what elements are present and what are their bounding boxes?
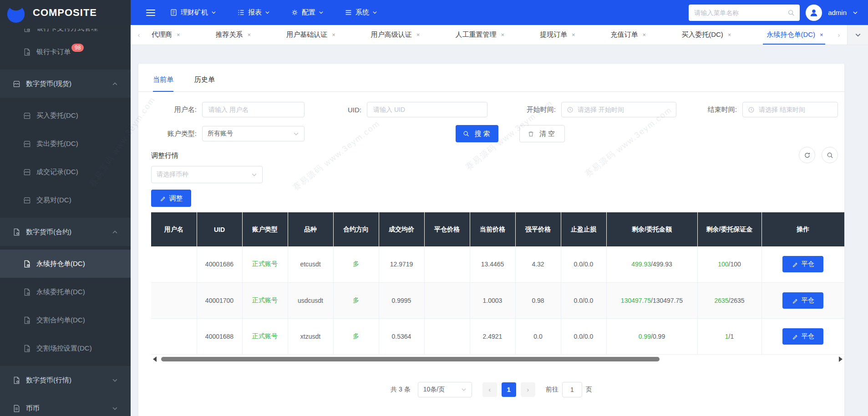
- close-icon[interactable]: ×: [728, 31, 731, 38]
- clock-icon: [567, 106, 574, 113]
- username-input[interactable]: [208, 105, 299, 114]
- uid-field[interactable]: [367, 102, 487, 117]
- cell-liq_price: 4.32: [515, 246, 561, 282]
- open-tab-提现订单[interactable]: 提现订单×: [540, 25, 575, 45]
- tabs-scroll-left-icon[interactable]: ‹: [131, 25, 147, 45]
- end-time-field[interactable]: [742, 102, 838, 117]
- tab-label: 代理商: [152, 30, 172, 39]
- cell-liq_price: 0.0: [515, 318, 561, 354]
- cell-value-total: /1: [729, 333, 734, 340]
- prev-page-button[interactable]: ‹: [482, 382, 497, 397]
- close-icon[interactable]: ×: [332, 31, 335, 38]
- storefront-icon: [23, 196, 31, 205]
- username-label[interactable]: admin: [828, 9, 847, 16]
- positions-table: 用户名UID账户类型品种合约方向成交均价平仓价格当前价格强平价格止盈止损剩余/委…: [151, 212, 844, 355]
- search-icon[interactable]: [787, 9, 795, 17]
- refresh-icon[interactable]: [799, 147, 815, 163]
- open-tab-推荐关系[interactable]: 推荐关系×: [216, 25, 251, 45]
- cell-tp_sl: 0.0/0.0: [561, 246, 606, 282]
- sidebar-item-永续委托单(DC)[interactable]: 永续委托单(DC): [0, 278, 131, 306]
- column-header-账户类型: 账户类型: [242, 212, 288, 246]
- sidebar-item-买入委托(DC)[interactable]: 买入委托(DC): [0, 101, 131, 130]
- nav-menu-理财矿机[interactable]: 理财矿机: [170, 8, 216, 17]
- nav-menu-配置[interactable]: 配置: [291, 8, 324, 17]
- goto-page-input[interactable]: [562, 382, 582, 397]
- nav-menu-报表[interactable]: 报表: [237, 8, 270, 17]
- clear-button[interactable]: 清空: [519, 125, 565, 142]
- menu-search-box[interactable]: [689, 5, 800, 21]
- crescent-logo-icon: [5, 2, 26, 23]
- sidebar-item-数字货币(现货)[interactable]: 数字货币(现货): [0, 70, 131, 98]
- scroll-left-arrow-icon[interactable]: [153, 356, 157, 362]
- chev-up: [112, 229, 118, 235]
- page-size-select[interactable]: 10条/页: [418, 382, 472, 397]
- sidebar-item-币币[interactable]: 币币: [0, 394, 131, 416]
- open-tab-代理商[interactable]: 代理商×: [152, 25, 180, 45]
- tabs-scroll-right-icon[interactable]: ›: [831, 25, 847, 45]
- adjust-button[interactable]: 调整: [151, 190, 191, 207]
- next-page-button[interactable]: ›: [521, 382, 535, 397]
- storefront-icon: [23, 168, 31, 176]
- open-tab-人工重置管理[interactable]: 人工重置管理×: [455, 25, 504, 45]
- open-tab-永续持仓单(DC)[interactable]: 永续持仓单(DC)×: [766, 25, 823, 45]
- close-icon[interactable]: ×: [572, 31, 575, 38]
- column-header-成交均价: 成交均价: [379, 212, 424, 246]
- close-position-button[interactable]: 平仓: [782, 292, 823, 309]
- close-position-button[interactable]: 平仓: [782, 328, 823, 345]
- sidebar-submenu: 买入委托(DC)卖出委托(DC)成交记录(DC)交易对(DC): [0, 98, 131, 218]
- close-icon[interactable]: ×: [820, 31, 823, 38]
- search-button[interactable]: 搜索: [456, 125, 498, 142]
- start-time-input[interactable]: [577, 105, 671, 114]
- cell-direction: 多: [333, 246, 379, 282]
- panel-tab-历史单[interactable]: 历史单: [194, 75, 215, 91]
- open-tab-用户高级认证[interactable]: 用户高级认证×: [371, 25, 420, 45]
- open-tab-用户基础认证[interactable]: 用户基础认证×: [286, 25, 335, 45]
- sidebar-item-交割场控设置(DC)[interactable]: 交割场控设置(DC): [0, 334, 131, 362]
- sidebar-item-卖出委托(DC)[interactable]: 卖出委托(DC): [0, 130, 131, 158]
- close-icon[interactable]: ×: [416, 31, 420, 38]
- menu-search-input[interactable]: [693, 9, 787, 17]
- cell-username: [151, 282, 197, 318]
- panel-tab-当前单[interactable]: 当前单: [153, 75, 173, 91]
- uid-input[interactable]: [372, 105, 482, 114]
- sidebar-item-成交记录(DC)[interactable]: 成交记录(DC): [0, 158, 131, 186]
- username-field[interactable]: [202, 102, 305, 117]
- sidebar-item-数字货币(合约)[interactable]: 数字货币(合约): [0, 218, 131, 246]
- sidebar-item-银行卡订单[interactable]: 银行卡订单98: [0, 38, 131, 66]
- end-time-input[interactable]: [758, 105, 832, 114]
- sidebar-item-永续持仓单(DC)[interactable]: 永续持仓单(DC): [0, 250, 131, 278]
- cell-tp_sl: 0.0/0.0: [561, 282, 606, 318]
- file-gear-icon: [23, 344, 31, 353]
- chevron-down-icon[interactable]: [853, 10, 858, 15]
- coin-select[interactable]: 请选择币种: [151, 166, 263, 183]
- sidebar-item-交割合约单(DC)[interactable]: 交割合约单(DC): [0, 306, 131, 334]
- scroll-right-arrow-icon[interactable]: [839, 356, 843, 362]
- start-time-field[interactable]: [561, 102, 676, 117]
- user-avatar[interactable]: [806, 5, 822, 21]
- close-position-button[interactable]: 平仓: [782, 256, 823, 272]
- report-icon: [237, 9, 245, 16]
- badge-count: 98: [71, 44, 84, 52]
- sidebar-item-交易对(DC)[interactable]: 交易对(DC): [0, 186, 131, 214]
- close-icon[interactable]: ×: [248, 31, 251, 38]
- file-gear-icon: [12, 376, 21, 385]
- close-icon[interactable]: ×: [501, 31, 504, 38]
- open-tab-充值订单[interactable]: 充值订单×: [611, 25, 646, 45]
- magnifier-icon[interactable]: [822, 147, 838, 163]
- tabs-dropdown-icon[interactable]: [847, 25, 868, 45]
- hamburger-menu-icon[interactable]: [146, 10, 155, 16]
- sidebar-item-银行卡支付方式管理[interactable]: 银行卡支付方式管理: [0, 29, 131, 38]
- close-icon[interactable]: ×: [177, 31, 180, 38]
- open-tabs-bar: ‹ 代理商×推荐关系×用户基础认证×用户高级认证×人工重置管理×提现订单×充值订…: [131, 25, 868, 45]
- open-tab-买入委托(DC)[interactable]: 买入委托(DC)×: [681, 25, 731, 45]
- scrollbar-thumb[interactable]: [161, 357, 660, 361]
- file-gear-icon: [23, 48, 31, 56]
- account-type-select[interactable]: 所有账号: [202, 126, 305, 141]
- nav-menu-系统[interactable]: 系统: [345, 8, 377, 17]
- close-icon[interactable]: ×: [643, 31, 646, 38]
- sidebar-item-label: 银行卡订单: [36, 48, 71, 56]
- sidebar-submenu: 永续持仓单(DC)永续委托单(DC)交割合约单(DC)交割场控设置(DC): [0, 246, 131, 366]
- page-number-button[interactable]: 1: [502, 382, 516, 397]
- cell-value-remaining: 0.99: [639, 333, 651, 340]
- sidebar-item-数字货币(行情)[interactable]: 数字货币(行情): [0, 366, 131, 394]
